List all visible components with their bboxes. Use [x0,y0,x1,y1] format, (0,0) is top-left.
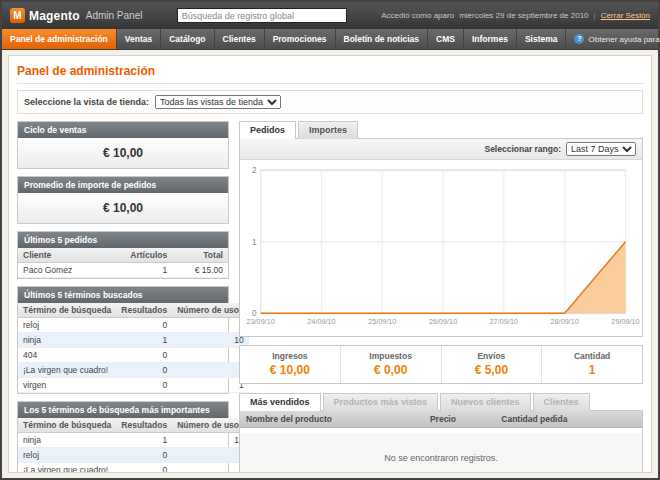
column-header-n-mero-de-usos: Número de usos [172,418,249,433]
lifetime-sales-value: € 10,00 [18,138,228,168]
nav-item-cms[interactable]: CMS [428,29,464,49]
logged-in-as: Accedió como aparo [381,11,454,20]
chart-panel: Seleccionar rango: Last 7 Days 01223/09/… [239,138,643,337]
svg-text:27/09/10: 27/09/10 [490,317,518,326]
column-header-t-rmino-de-b-squeda: Término de búsqueda [18,303,116,318]
table-row[interactable]: reloj02 [18,448,249,463]
table-row[interactable]: ¡La virgen que cuadro!02 [18,463,249,474]
total-value: € 5,00 [444,363,540,377]
table-cell: ¡La virgen que cuadro! [18,363,116,378]
help-icon: ? [574,34,584,44]
average-orders-widget: Promedio de importe de pedidos € 10,00 [17,176,229,224]
column-header-resultados: Resultados [116,303,172,318]
nav-item-sistema[interactable]: Sistema [517,29,567,49]
total-ingresos: Ingresos€ 10,00 [240,346,341,383]
table-row[interactable]: 40401 [18,348,249,363]
help-label: Obtener ayuda para esta página [588,35,660,44]
table-row[interactable]: ninja110 [18,433,249,448]
total-label: Impuestos [343,351,439,361]
column-header-t-rmino-de-b-squeda: Término de búsqueda [18,418,116,433]
nav-item-cat-logo[interactable]: Catálogo [161,29,214,49]
logout-link[interactable]: Cerrar Sesión [601,11,650,20]
column-header-resultados: Resultados [116,418,172,433]
total-label: Cantidad [544,351,640,361]
total-label: Ingresos [242,351,338,361]
nav-item-bolet-n-de-noticias[interactable]: Boletín de noticias [336,29,429,49]
table-cell: 0 [116,363,172,378]
column-header-cliente: Cliente [18,248,104,263]
main-nav: Panel de administraciónVentasCatálogoCli… [2,29,658,50]
table-cell: 0 [116,448,172,463]
tab-productos-m-s-vistos: Productos más vistos [323,393,439,411]
svg-text:28/09/10: 28/09/10 [551,317,579,326]
range-select[interactable]: Last 7 Days [566,142,636,156]
widget-title: Últimos 5 pedidos [18,232,228,248]
nav-item-panel-de-administraci-n[interactable]: Panel de administración [2,29,117,49]
table-cell: 1 [172,348,249,363]
nav-item-promociones[interactable]: Promociones [265,29,336,49]
table-cell: reloj [18,318,116,333]
tab-clientes: Clientes [533,393,590,411]
table-row[interactable]: Paco Gomez1€ 15.00 [18,263,228,278]
totals-row: Ingresos€ 10,00Impuestos€ 0,00Envíos€ 5,… [239,345,643,384]
last-search-table: Término de búsquedaResultadosNúmero de u… [18,303,249,393]
column-header-n-mero-de-usos: Número de usos [172,303,249,318]
current-date: miércoles 29 de septiembre de 2010 [459,11,588,20]
content-panel: Panel de administración Seleccione la vi… [8,55,652,473]
table-cell: € 15.00 [172,263,228,278]
orders-chart: 01223/09/1024/09/1025/09/1026/09/1027/09… [240,160,642,336]
logo-subtitle: Admin Panel [86,10,143,21]
table-row[interactable]: virgen01 [18,378,249,393]
chart-tabs: PedidosImportes [239,121,643,139]
logo-name: Magento [29,9,80,23]
last-orders-table: ClienteArtículosTotalPaco Gomez1€ 15.00 [18,248,228,278]
help-link[interactable]: ? Obtener ayuda para esta página [566,29,660,49]
global-search-input[interactable] [177,8,347,23]
nav-item-ventas[interactable]: Ventas [117,29,161,49]
table-row[interactable]: ninja110 [18,333,249,348]
svg-text:2: 2 [252,165,257,175]
widget-title: Promedio de importe de pedidos [18,177,228,193]
table-cell: 0 [116,348,172,363]
table-cell: 0 [116,378,172,393]
tab-m-s-vendidos[interactable]: Más vendidos [239,393,321,411]
widget-title: Últimos 5 términos buscados [18,287,228,303]
table-row[interactable]: ¡La virgen que cuadro!02 [18,363,249,378]
store-view-select[interactable]: Todas las vistas de tienda [155,95,281,109]
table-cell: 1 [116,433,172,448]
tab-pedidos[interactable]: Pedidos [239,121,296,139]
table-cell: 2 [172,363,249,378]
svg-text:29/09/10: 29/09/10 [611,317,639,326]
tab-importes[interactable]: Importes [298,121,358,139]
total-value: € 10,00 [242,363,338,377]
header-user-info: Accedió como aparo miércoles 29 de septi… [381,11,650,20]
nav-item-informes[interactable]: Informes [464,29,517,49]
table-row[interactable]: reloj02 [18,318,249,333]
nav-item-clientes[interactable]: Clientes [215,29,265,49]
widget-title: Los 5 términos de búsqueda más important… [18,402,228,418]
top-search-widget: Los 5 términos de búsqueda más important… [17,401,229,473]
table-cell: 2 [172,448,249,463]
table-cell: virgen [18,378,116,393]
table-cell: 2 [172,318,249,333]
svg-text:25/09/10: 25/09/10 [368,317,396,326]
last-orders-widget: Últimos 5 pedidos ClienteArtículosTotalP… [17,231,229,279]
range-label: Seleccionar rango: [484,144,561,154]
svg-text:23/09/10: 23/09/10 [247,317,275,326]
column-header-cantidad-pedida: Cantidad pedida [495,411,642,428]
chart-toolbar: Seleccionar rango: Last 7 Days [240,139,642,160]
orders-area-chart: 01223/09/1024/09/1025/09/1026/09/1027/09… [242,164,640,330]
table-cell: 10 [172,433,249,448]
last-search-widget: Últimos 5 términos buscados Término de b… [17,286,229,394]
table-cell: 1 [172,378,249,393]
svg-text:26/09/10: 26/09/10 [429,317,457,326]
dashboard-column: PedidosImportes Seleccionar rango: Last … [239,121,643,473]
average-orders-value: € 10,00 [18,193,228,223]
total-value: € 0,00 [343,363,439,377]
top-search-table: Término de búsquedaResultadosNúmero de u… [18,418,249,473]
total-cantidad: Cantidad1 [542,346,642,383]
table-cell: ninja [18,333,116,348]
products-panel: Nombre del productoPrecioCantidad pedida… [239,410,643,473]
table-cell: reloj [18,448,116,463]
nav-items: Panel de administraciónVentasCatálogoCli… [2,29,566,49]
